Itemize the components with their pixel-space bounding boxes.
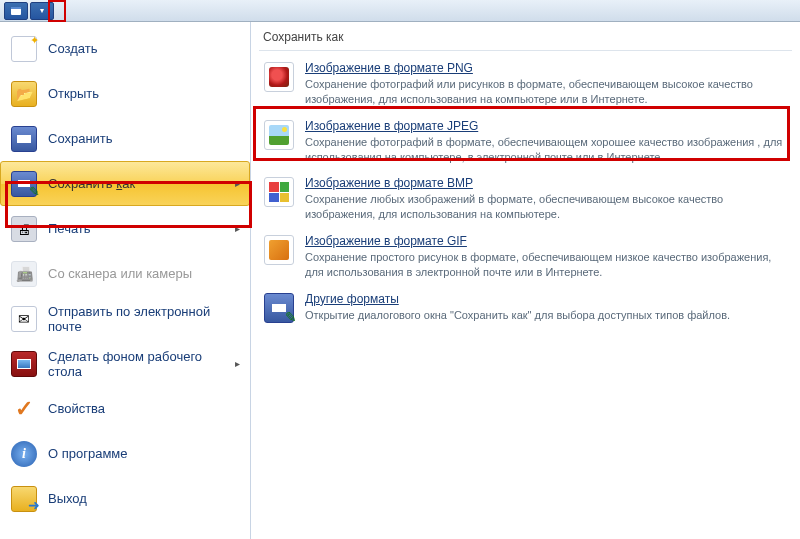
menu-item-new[interactable]: ✦ Создать — [0, 26, 250, 71]
format-description: Сохранение фотографий или рисунков в фор… — [305, 77, 788, 107]
menu-item-label: Отправить по электронной почте — [48, 304, 240, 334]
info-icon: i — [10, 440, 38, 468]
format-title: Изображение в формате PNG — [305, 61, 788, 75]
menu-item-label: Свойства — [48, 401, 240, 416]
save-as-dialog-icon: ✎ — [263, 292, 295, 324]
menu-item-wallpaper[interactable]: Сделать фоном рабочего стола ▸ — [0, 341, 250, 386]
format-option-png[interactable]: Изображение в формате PNG Сохранение фот… — [259, 55, 792, 113]
menu-item-print[interactable]: 🖨 Печать ▸ — [0, 206, 250, 251]
submenu-arrow-icon: ▸ — [235, 178, 240, 189]
format-title: Изображение в формате JPEG — [305, 119, 788, 133]
scanner-icon: 📠 — [10, 260, 38, 288]
format-title: Изображение в формате GIF — [305, 234, 788, 248]
menu-item-label: Выход — [48, 491, 240, 506]
gif-icon — [263, 234, 295, 266]
menu-item-label: Со сканера или камеры — [48, 266, 240, 281]
menu-item-label: Печать — [48, 221, 231, 236]
format-description: Сохранение фотографий в формате, обеспеч… — [305, 135, 788, 165]
menu-item-label: Открыть — [48, 86, 240, 101]
png-icon — [263, 61, 295, 93]
app-menu-button[interactable] — [4, 2, 28, 20]
format-description: Сохранение простого рисунок в формате, о… — [305, 250, 788, 280]
main-panel: ✦ Создать 📂 Открыть Сохранить — [0, 22, 800, 539]
menu-item-label: Создать — [48, 41, 240, 56]
email-icon: ✉ — [10, 305, 38, 333]
file-menu-sidebar: ✦ Создать 📂 Открыть Сохранить — [0, 22, 251, 539]
checkmark-icon: ✓ — [10, 395, 38, 423]
new-file-icon: ✦ — [10, 35, 38, 63]
titlebar: ▾ — [0, 0, 800, 22]
menu-item-save[interactable]: Сохранить — [0, 116, 250, 161]
format-option-gif[interactable]: Изображение в формате GIF Сохранение про… — [259, 228, 792, 286]
svg-rect-1 — [11, 7, 21, 9]
menu-item-exit[interactable]: ➜ Выход — [0, 476, 250, 521]
menu-item-label: Сохранить как — [48, 176, 231, 191]
menu-item-about[interactable]: i О программе — [0, 431, 250, 476]
menu-item-open[interactable]: 📂 Открыть — [0, 71, 250, 116]
menu-item-email[interactable]: ✉ Отправить по электронной почте — [0, 296, 250, 341]
format-description: Сохранение любых изображений в формате, … — [305, 192, 788, 222]
format-title: Изображение в формате BMP — [305, 176, 788, 190]
quick-access-dropdown[interactable]: ▾ — [30, 2, 54, 20]
open-folder-icon: 📂 — [10, 80, 38, 108]
format-description: Открытие диалогового окна "Сохранить как… — [305, 308, 788, 323]
printer-icon: 🖨 — [10, 215, 38, 243]
submenu-header: Сохранить как — [259, 28, 792, 51]
format-title: Другие форматы — [305, 292, 788, 306]
menu-item-label: Сделать фоном рабочего стола — [48, 349, 231, 379]
submenu-arrow-icon: ▸ — [235, 223, 240, 234]
wallpaper-icon — [10, 350, 38, 378]
bmp-icon — [263, 176, 295, 208]
exit-icon: ➜ — [10, 485, 38, 513]
menu-item-properties[interactable]: ✓ Свойства — [0, 386, 250, 431]
save-as-submenu: Сохранить как Изображение в формате PNG … — [251, 22, 800, 539]
jpeg-icon — [263, 119, 295, 151]
format-option-bmp[interactable]: Изображение в формате BMP Сохранение люб… — [259, 170, 792, 228]
format-option-other[interactable]: ✎ Другие форматы Открытие диалогового ок… — [259, 286, 792, 330]
submenu-arrow-icon: ▸ — [235, 358, 240, 369]
save-disk-icon — [10, 125, 38, 153]
menu-item-label: Сохранить — [48, 131, 240, 146]
format-option-jpeg[interactable]: Изображение в формате JPEG Сохранение фо… — [259, 113, 792, 171]
menu-item-label: О программе — [48, 446, 240, 461]
menu-item-scanner: 📠 Со сканера или камеры — [0, 251, 250, 296]
menu-item-save-as[interactable]: ✎ Сохранить как ▸ — [0, 161, 250, 206]
save-as-icon: ✎ — [10, 170, 38, 198]
